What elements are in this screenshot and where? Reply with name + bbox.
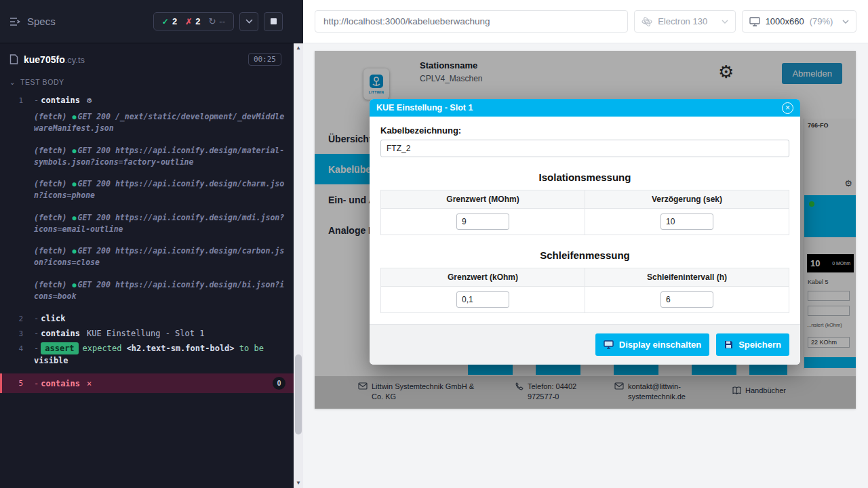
runner-controls: ✓2 ✗2 ↻-- (153, 12, 283, 31)
test-body-label: TEST BODY (20, 78, 64, 86)
spec-name: kue705fo.cy.ts (24, 54, 85, 65)
stop-button[interactable] (264, 12, 283, 31)
chevron-down-icon (842, 20, 849, 24)
fetch-status: GET 200 (78, 246, 111, 256)
fetch-tag: (fetch) (34, 213, 66, 222)
scrollbar-thumb[interactable] (295, 354, 302, 434)
modal-close-icon[interactable]: × (782, 102, 793, 114)
failed-count: 2 (195, 16, 200, 26)
scroll-up-icon[interactable]: ▲ (294, 43, 303, 53)
fetch-tag: (fetch) (34, 246, 66, 256)
fetch-tag: (fetch) (34, 112, 66, 121)
passed-count: 2 (172, 16, 177, 26)
loop-col-intervall: Schleifenintervall (h) (585, 268, 789, 287)
isolation-verzoegerung-input[interactable] (660, 214, 713, 230)
runner-scrollbar[interactable]: ▲ ▼ (294, 43, 303, 488)
specs-menu-icon (9, 17, 21, 26)
save-button[interactable]: Speichern (716, 333, 789, 356)
kue-settings-modal: KUE Einstellung - Slot 1 × Kabelbezeichn… (370, 99, 800, 365)
fetch-tag: (fetch) (34, 146, 66, 155)
log-fetch-row[interactable]: (fetch)●GET 200 https://api.iconify.desi… (0, 278, 303, 304)
display-on-button[interactable]: Display einschalten (595, 333, 709, 356)
log-fetch-row[interactable]: (fetch)●GET 200 https://api.iconify.desi… (0, 144, 303, 170)
spec-row[interactable]: kue705fo.cy.ts 00:25 (0, 43, 303, 73)
cypress-runner-panel: Specs ✓2 ✗2 ↻-- kue705fo.cy.ts 00:25 ⌄ T… (0, 0, 303, 488)
log-row-contains-title[interactable]: 3 -containsKUE Einstellung - Slot 1 (0, 326, 303, 341)
log-row-assert[interactable]: 4 -assertexpected <h2.text-sm.font-bold>… (0, 341, 303, 368)
app-under-test: LITTWIN Stationsname CPLV4_Maschen ⚙ Abm… (315, 51, 856, 409)
spec-extension: .cy.ts (65, 55, 85, 65)
line-number: 4 (0, 342, 34, 367)
loop-grenzwert-input[interactable] (456, 291, 509, 308)
fetch-tag: (fetch) (34, 280, 66, 289)
spec-file-icon (9, 54, 18, 64)
command-dash: - (34, 378, 39, 390)
status-dot-icon: ● (72, 113, 76, 121)
close-icon: × (87, 378, 92, 390)
isolation-heading: Isolationsmessung (380, 171, 789, 183)
log-fetch-row[interactable]: (fetch)●GET 200 /_next/static/developmen… (0, 110, 303, 136)
command-dash: - (34, 314, 39, 323)
line-number (0, 212, 34, 236)
element-count-badge: 0 (273, 377, 285, 390)
viewport-size: 1000x660 (766, 16, 804, 26)
chevron-down-icon (245, 19, 253, 24)
failed-stat: ✗2 (185, 16, 200, 26)
status-dot-icon: ● (72, 180, 76, 188)
url-input[interactable] (315, 10, 628, 33)
assert-element: <h2.text-sm.font-bold> (127, 344, 235, 353)
specs-button[interactable]: Specs (9, 16, 56, 27)
stop-icon (271, 18, 277, 24)
fetch-status: GET 200 (78, 179, 111, 188)
status-dot-icon: ● (72, 214, 76, 222)
pending-stat: ↻-- (208, 16, 225, 26)
modal-footer: Display einschalten Speichern (370, 324, 800, 365)
line-number: 5 (2, 377, 34, 390)
test-stats[interactable]: ✓2 ✗2 ↻-- (153, 12, 234, 30)
log-fetch-row[interactable]: (fetch)●GET 200 https://api.iconify.desi… (0, 177, 303, 203)
log-row-click[interactable]: 2 -click (0, 311, 303, 326)
display-icon (604, 340, 614, 349)
viewport-select[interactable]: 1000x660 (79%) (742, 10, 856, 33)
command-argument: KUE Einstellung - Slot 1 (87, 329, 204, 338)
isolation-grenzwert-input[interactable] (456, 214, 509, 230)
table-cell (381, 209, 585, 235)
assert-badge: assert (41, 342, 78, 354)
loop-intervall-input[interactable] (660, 291, 713, 308)
save-floppy-icon (724, 340, 733, 349)
log-fetch-row[interactable]: (fetch)●GET 200 https://api.iconify.desi… (0, 244, 303, 270)
fetch-tag: (fetch) (34, 179, 66, 188)
status-dot-icon: ● (72, 281, 76, 289)
runner-header: Specs ✓2 ✗2 ↻-- (0, 0, 303, 43)
pending-count: -- (219, 16, 225, 26)
gear-icon: ⚙ (87, 96, 92, 105)
test-body-section[interactable]: ⌄ TEST BODY (0, 73, 303, 90)
line-number (0, 245, 34, 269)
command-dash: - (34, 96, 39, 105)
line-number: 3 (0, 327, 34, 340)
scroll-down-icon[interactable]: ▼ (294, 479, 303, 488)
log-row-contains-gear[interactable]: 1 -contains⚙ (0, 93, 303, 108)
loop-col-grenzwert: Grenzwert (kOhm) (381, 268, 585, 287)
line-number: 2 (0, 312, 34, 325)
command-name: click (41, 314, 65, 323)
section-chevron-icon: ⌄ (9, 79, 16, 86)
modal-title: KUE Einstellung - Slot 1 (376, 103, 473, 113)
cable-name-input[interactable] (380, 140, 789, 157)
browser-select[interactable]: Electron 130 (634, 10, 735, 33)
monitor-icon (749, 17, 760, 26)
command-name: contains (41, 329, 80, 338)
specs-label: Specs (27, 16, 56, 27)
command-dash: - (34, 329, 39, 338)
loop-heading: Schleifenmessung (380, 249, 789, 261)
passed-stat: ✓2 (162, 16, 177, 26)
passed-check-icon: ✓ (162, 17, 169, 26)
modal-body: Kabelbezeichnung: Isolationsmessung Gren… (370, 117, 800, 313)
log-fetch-row[interactable]: (fetch)●GET 200 https://api.iconify.desi… (0, 211, 303, 237)
browser-bar: Electron 130 1000x660 (79%) (303, 0, 868, 43)
log-row-contains-failed[interactable]: 5 -contains×0 (0, 373, 303, 393)
line-number (0, 279, 34, 303)
collapse-runner-button[interactable] (239, 12, 258, 31)
fetch-status: GET 200 (78, 146, 111, 155)
isolation-table: Grenzwert (MOhm) Verzögerung (sek) (380, 190, 789, 235)
